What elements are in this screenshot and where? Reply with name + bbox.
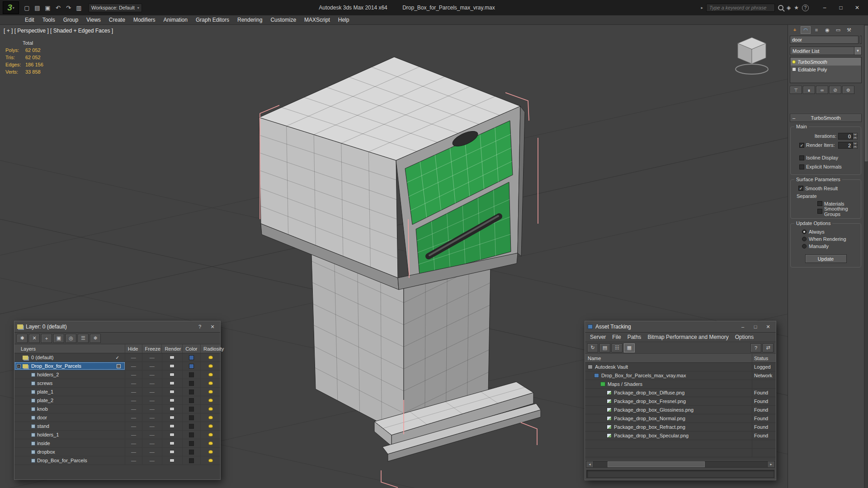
- render-toggle[interactable]: [162, 362, 183, 370]
- viewcube[interactable]: [732, 34, 771, 77]
- render-toggle[interactable]: [162, 371, 183, 379]
- asset-row-package-drop-box-glossiness-png[interactable]: Package_drop_box_Glossiness.png Found: [585, 406, 776, 414]
- column-color[interactable]: Color: [183, 344, 201, 353]
- show-end-result-button[interactable]: ∎: [803, 86, 815, 94]
- materials-checkbox[interactable]: [817, 201, 822, 206]
- make-unique-button[interactable]: ∞: [816, 86, 828, 94]
- spinner-down-icon[interactable]: ▾: [853, 136, 858, 140]
- help-sync-button[interactable]: ?: [750, 343, 761, 352]
- pin-stack-button[interactable]: ⊤: [790, 86, 802, 94]
- spinner-down-icon[interactable]: ▾: [853, 145, 858, 149]
- vault-refresh-button[interactable]: ↻: [587, 343, 598, 352]
- hide-toggle[interactable]: —: [125, 413, 142, 422]
- iterations-spinner[interactable]: 0 ▴▾: [838, 133, 858, 140]
- hide-toggle[interactable]: —: [125, 353, 142, 361]
- render-toggle[interactable]: [162, 353, 183, 361]
- column-render[interactable]: Render: [162, 344, 183, 353]
- layer-row-inside[interactable]: − inside ✓ — —: [14, 439, 220, 448]
- hide-toggle[interactable]: —: [125, 371, 142, 379]
- explicit-normals-checkbox[interactable]: [799, 164, 804, 169]
- create-new-layer-button[interactable]: ✱: [17, 334, 28, 343]
- layer-row-knob[interactable]: − knob ✓ — —: [14, 405, 220, 413]
- tab-modify[interactable]: ◠: [801, 26, 811, 34]
- asset-row-package-drop-box-normal-png[interactable]: Package_drop_box_Normal.png Found: [585, 414, 776, 423]
- radiosity-toggle[interactable]: [201, 396, 220, 404]
- asset-row-maps-shaders[interactable]: Maps / Shaders: [585, 380, 776, 389]
- object-color-swatch[interactable]: [860, 36, 862, 44]
- render-toggle[interactable]: [162, 396, 183, 404]
- column-status[interactable]: Status: [752, 354, 776, 362]
- table-view-button[interactable]: ▦: [624, 343, 635, 352]
- tab-create[interactable]: +: [790, 26, 800, 34]
- asset-menu-bitmap-performance-and-memory[interactable]: Bitmap Performance and Memory: [644, 333, 731, 342]
- delete-layer-button[interactable]: ✕: [29, 334, 40, 343]
- color-swatch-cell[interactable]: [183, 456, 201, 465]
- menu-item-rendering[interactable]: Rendering: [233, 15, 266, 24]
- close-icon[interactable]: ✕: [763, 323, 773, 331]
- minimize-button[interactable]: –: [816, 3, 833, 13]
- menu-item-tools[interactable]: Tools: [38, 15, 59, 24]
- menu-item-group[interactable]: Group: [59, 15, 82, 24]
- sign-in-icon[interactable]: ◈: [787, 5, 791, 11]
- render-toggle[interactable]: [162, 456, 183, 465]
- radiosity-toggle[interactable]: [201, 362, 220, 370]
- freeze-all-layers-button[interactable]: ❄: [90, 334, 101, 343]
- color-swatch[interactable]: [189, 355, 194, 360]
- maximize-button[interactable]: □: [833, 3, 849, 13]
- render-toggle[interactable]: [162, 448, 183, 456]
- freeze-toggle[interactable]: —: [142, 448, 162, 456]
- spinner-up-icon[interactable]: ▴: [853, 142, 858, 145]
- modifier-stack-item-turbosmooth[interactable]: TurboSmooth: [791, 58, 861, 66]
- isoline-display-checkbox[interactable]: [799, 155, 804, 160]
- set-current-layer-button[interactable]: ◎: [66, 334, 76, 343]
- color-swatch[interactable]: [189, 424, 194, 429]
- hide-toggle[interactable]: —: [125, 388, 142, 396]
- menu-item-help[interactable]: Help: [334, 15, 354, 24]
- asset-row-package-drop-box-refract-png[interactable]: Package_drop_box_Refract.png Found: [585, 423, 776, 432]
- column-layers[interactable]: Layers: [14, 344, 125, 353]
- scroll-right-button[interactable]: ▸: [768, 461, 774, 467]
- menu-item-edit[interactable]: Edit: [21, 15, 38, 24]
- layer-row-plate-2[interactable]: − plate_2 ✓ — —: [14, 396, 220, 405]
- hide-toggle[interactable]: —: [125, 405, 142, 413]
- freeze-toggle[interactable]: —: [142, 439, 162, 447]
- asset-row-package-drop-box-fresnel-png[interactable]: Package_drop_box_Fresnel.png Found: [585, 397, 776, 406]
- layer-row-screws[interactable]: − screws ✓ — —: [14, 379, 220, 388]
- menu-item-create[interactable]: Create: [105, 15, 129, 24]
- scrollbar-track[interactable]: [593, 461, 768, 467]
- freeze-toggle[interactable]: —: [142, 396, 162, 404]
- asset-row-package-drop-box-specular-png[interactable]: Package_drop_box_Specular.png Found: [585, 432, 776, 440]
- freeze-toggle[interactable]: —: [142, 431, 162, 439]
- scrollbar-thumb[interactable]: [608, 461, 705, 467]
- radiosity-toggle[interactable]: [201, 456, 220, 465]
- hide-toggle[interactable]: —: [125, 448, 142, 456]
- freeze-toggle[interactable]: —: [142, 379, 162, 387]
- render-toggle[interactable]: [162, 431, 183, 439]
- horizontal-scrollbar[interactable]: ◂ ▸: [586, 461, 775, 468]
- menu-item-customize[interactable]: Customize: [266, 15, 300, 24]
- update-option-always[interactable]: Always: [792, 228, 859, 235]
- layer-row-0-default[interactable]: − 0 (default) ✓ — —: [14, 353, 220, 362]
- hide-toggle[interactable]: —: [125, 379, 142, 387]
- color-swatch-cell[interactable]: [183, 439, 201, 447]
- freeze-toggle[interactable]: —: [142, 371, 162, 379]
- configure-modifier-sets-button[interactable]: ⚙: [842, 86, 854, 94]
- color-swatch-cell[interactable]: [183, 353, 201, 361]
- color-swatch-cell[interactable]: [183, 371, 201, 379]
- freeze-toggle[interactable]: —: [142, 456, 162, 465]
- color-swatch[interactable]: [189, 364, 194, 369]
- layer-row-plate-1[interactable]: − plate_1 ✓ — —: [14, 388, 220, 396]
- menu-item-graph-editors[interactable]: Graph Editors: [192, 15, 233, 24]
- turbosmooth-rollout-header[interactable]: ‒ TurboSmooth: [790, 114, 862, 122]
- menu-item-modifiers[interactable]: Modifiers: [129, 15, 160, 24]
- asset-menu-file[interactable]: File: [609, 333, 624, 342]
- tab-motion[interactable]: ◉: [822, 26, 832, 34]
- close-button[interactable]: ✕: [849, 3, 865, 13]
- update-option-manually[interactable]: Manually: [792, 243, 859, 250]
- modifier-list-dropdown[interactable]: Modifier List ▼: [790, 47, 862, 55]
- color-swatch[interactable]: [189, 372, 194, 377]
- color-swatch[interactable]: [189, 450, 194, 455]
- color-swatch[interactable]: [189, 415, 194, 420]
- undo-button[interactable]: ↶: [53, 3, 63, 12]
- freeze-toggle[interactable]: —: [142, 388, 162, 396]
